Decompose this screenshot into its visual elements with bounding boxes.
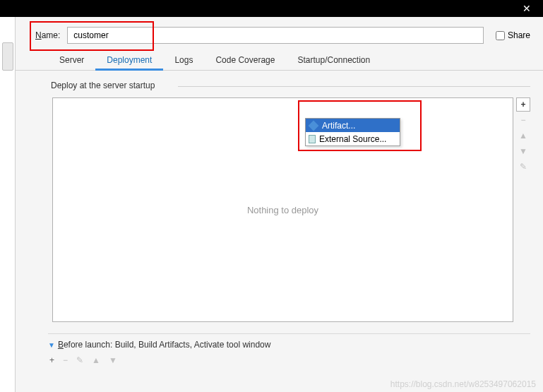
bl-up-button: ▲ [92, 355, 100, 365]
deploy-area: Nothing to deploy + − ▲ ▼ ✎ [52, 97, 530, 322]
expand-icon: ▼ [48, 341, 55, 349]
tab-server[interactable]: Server [48, 51, 95, 70]
name-row: Name: Share [16, 17, 543, 51]
tab-code-coverage[interactable]: Code Coverage [204, 51, 286, 70]
before-launch-toolbar: + − ✎ ▲ ▼ [48, 350, 530, 371]
menu-item-label: External Source... [319, 134, 386, 144]
down-button: ▼ [516, 144, 530, 158]
artifact-icon [309, 120, 319, 131]
empty-text: Nothing to deploy [247, 205, 318, 215]
remove-button: − [516, 113, 530, 127]
share-checkbox-group[interactable]: Share [496, 30, 530, 40]
deploy-side-buttons: + − ▲ ▼ ✎ [513, 97, 530, 322]
add-popup-menu: Artifact... External Source... [305, 118, 400, 146]
main-content: Name: Share Server Deployment Logs Code … [16, 17, 543, 392]
name-label: Name: [35, 30, 60, 40]
bl-add-button[interactable]: + [49, 355, 54, 365]
deploy-list[interactable]: Nothing to deploy [52, 97, 513, 322]
tabs: Server Deployment Logs Code Coverage Sta… [16, 51, 543, 71]
external-source-icon [309, 135, 316, 143]
left-gutter [0, 17, 16, 392]
bl-down-button: ▼ [109, 355, 117, 365]
tab-deployment[interactable]: Deployment [95, 51, 163, 71]
share-checkbox[interactable] [496, 31, 505, 40]
left-collapsed-tab[interactable] [2, 42, 13, 71]
bl-edit-button: ✎ [76, 355, 83, 365]
tab-logs[interactable]: Logs [163, 51, 204, 70]
close-icon[interactable]: ✕ [516, 3, 537, 14]
up-button: ▲ [516, 129, 530, 143]
edit-button: ✎ [516, 160, 530, 174]
before-launch-section: ▼ Before launch: Build, Build Artifacts,… [48, 333, 530, 371]
before-launch-header[interactable]: ▼ Before launch: Build, Build Artifacts,… [48, 340, 530, 350]
deploy-section-label: Deploy at the server startup [16, 78, 543, 95]
tab-startup-connection[interactable]: Startup/Connection [286, 51, 381, 70]
menu-item-artifact[interactable]: Artifact... [306, 119, 400, 132]
add-button[interactable]: + [516, 97, 530, 112]
bl-remove-button: − [63, 355, 68, 365]
menu-item-label: Artifact... [322, 121, 355, 131]
titlebar: ✕ [0, 0, 543, 17]
menu-item-external-source[interactable]: External Source... [306, 132, 400, 145]
share-label: Share [508, 30, 530, 40]
name-input[interactable] [67, 27, 484, 44]
